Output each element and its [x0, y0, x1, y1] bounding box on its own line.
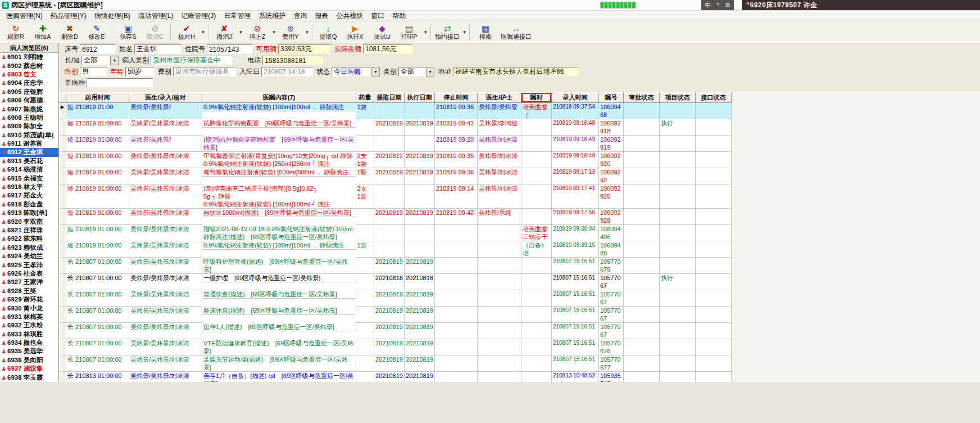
order-row[interactable]: 短 210819 01:00:00吴炜景/吴炜景/刘冰清(危)培美曲塞二钠冻干粉… — [60, 184, 732, 209]
patient-list-item[interactable]: ♟6916 林太平 — [0, 183, 58, 191]
toolbar-template-button[interactable]: ▦模板 — [472, 22, 499, 42]
order-row[interactable]: 长 210807 01:00:00吴炜景/吴炜景/刘冰清足踝关节运动操(描述) … — [60, 356, 732, 372]
patient-list-item[interactable]: ♟6922 陈东科 — [0, 235, 58, 243]
toolbar-cancel-button[interactable]: ⊘取消C — [142, 22, 169, 42]
column-header[interactable]: 执行日期 — [404, 93, 434, 103]
patient-list-item[interactable]: ♟6911 谢养富 — [0, 140, 58, 148]
duration-select[interactable]: 全部 — [81, 56, 110, 65]
order-row[interactable]: 长 210807 01:00:00吴炜景/吴炜景/刘冰清呼吸科护理常规(描述) … — [60, 258, 732, 274]
column-header[interactable]: 提取日期 — [374, 93, 405, 103]
appointment-interface-dropdown-arrow-icon[interactable]: ▼ — [461, 22, 468, 42]
toolbar-print-button[interactable]: ▤打印P — [396, 22, 423, 42]
column-header[interactable]: 医生/录入/核对 — [129, 93, 202, 103]
menu-item[interactable]: 记账管理(J) — [177, 11, 220, 21]
patient-list-item[interactable]: ♟6920 李双南 — [0, 217, 58, 226]
ime-indicator[interactable]: 中 — [705, 1, 711, 10]
undo-dropdown-arrow-icon[interactable]: ▼ — [238, 22, 244, 42]
toolbar-extract-button[interactable]: ↓提取Q — [315, 22, 342, 42]
toolbar-save-button[interactable]: ▣保存S — [115, 22, 142, 42]
order-row[interactable]: 短 210819 01:00:00吴炜景/吴炜景/刘冰清自饮水1000ml(描述… — [60, 209, 732, 225]
patient-list-item[interactable]: ♟6927 王家洋 — [0, 278, 58, 286]
order-row[interactable]: 长 210807 01:00:00吴炜景/吴炜景/刘冰清留伴1人(描述) [69… — [60, 323, 732, 339]
patient-list-item[interactable]: ♟6926 杜金表 — [0, 269, 58, 278]
patient-list-item[interactable]: ♟6904 庄忠华 — [0, 79, 58, 87]
patient-list-item[interactable]: ♟6936 吴向阳 — [0, 356, 58, 364]
stop-dropdown-arrow-icon[interactable]: ▼ — [271, 22, 277, 42]
order-row[interactable]: 短 210819 01:00:00吴炜景/吴炜景/刘冰清葡萄糖氯化钠注射液(软袋… — [60, 168, 732, 184]
admission-no-input[interactable]: 21057143 — [207, 44, 253, 54]
patient-type-value[interactable]: 泉州市医疗保障基金中 — [151, 56, 233, 65]
check-dropdown-arrow-icon[interactable]: ▼ — [200, 22, 206, 42]
patient-list-item[interactable]: ♟6933 林琪胜 — [0, 330, 58, 339]
patient-list-item[interactable]: ♟6930 黄小龙 — [0, 304, 58, 312]
patient-list-item[interactable]: ♟6908 王聪明 — [0, 114, 58, 122]
toolbar-undo-button[interactable]: ✘撤消J — [211, 22, 238, 42]
menu-item[interactable]: 查询 — [289, 11, 311, 21]
fee-dropdown-arrow-icon[interactable]: ▼ — [304, 22, 310, 42]
menu-item[interactable]: 药品管理(Y) — [47, 11, 90, 21]
menu-item[interactable]: 医嘱管理(N) — [2, 11, 47, 21]
patient-list-item[interactable]: ♟6902 蔡忠树 — [0, 61, 58, 70]
toolbar-check-button[interactable]: ✔核对H — [173, 22, 200, 42]
patient-list-item[interactable]: ♟6918 彭金盘 — [0, 200, 58, 209]
order-row[interactable]: 长 210807 01:00:00吴炜景/吴炜景/刘冰清一级护理 [69区呼吸与… — [60, 274, 732, 290]
patient-list-item[interactable]: ♟6925 王孝沛 — [0, 260, 58, 269]
patient-list-item[interactable]: ♟6903 曾文 — [0, 70, 58, 79]
patient-list-item[interactable]: ♟6901 刘明雄 — [0, 53, 58, 61]
toolbar-fee-button[interactable]: ⊕费用Y — [277, 22, 304, 42]
order-row[interactable]: 长 210807 01:00:00吴炜景/吴炜景/刘冰清VTE防治健康教育(描述… — [60, 339, 732, 356]
menu-item[interactable]: 病情处理(B) — [90, 11, 134, 21]
patient-list-item[interactable]: ♟6915 余福安 — [0, 174, 58, 182]
gear-icon[interactable]: ⚙ — [725, 2, 731, 9]
patient-list-item[interactable]: ♟6928 王笑 — [0, 287, 58, 295]
order-row[interactable]: 短 210819 01:00:00吴炜景/吴炜景/刘冰清甲氧氯普胺注射液(胃复安… — [60, 152, 732, 168]
single-disease-input[interactable] — [87, 78, 153, 88]
patient-list-item[interactable]: ♟6906 何惠德 — [0, 96, 58, 105]
patient-list-item[interactable]: ♟6932 王水粉 — [0, 321, 58, 330]
toolbar-refresh-button[interactable]: ↻刷新R — [2, 22, 29, 42]
patient-list-item[interactable]: ♟6907 陈燕妮 — [0, 105, 58, 113]
order-row[interactable]: 短 210819 01:00:00吴炜景/吴炜景/(取消)抗肿瘤化学药物配置 [… — [60, 136, 732, 152]
chevron-down-icon[interactable]: ▼ — [426, 67, 434, 76]
patient-list-item[interactable]: ♟6919 陈敬[单] — [0, 209, 58, 217]
toolbar-execute-button[interactable]: ▶执行X — [342, 22, 369, 42]
menu-item[interactable]: 系统维护 — [255, 11, 289, 21]
column-header[interactable]: 项目状态 — [659, 93, 695, 103]
category-select[interactable]: 全部 — [398, 67, 425, 76]
column-header[interactable]: 药量 — [356, 93, 374, 103]
patient-list-item[interactable]: ♟6934 颜也合 — [0, 339, 58, 347]
print-dropdown-arrow-icon[interactable]: ▼ — [423, 22, 429, 42]
order-row[interactable]: 长 210807 01:00:00吴炜景/吴炜景/刘冰清卧床休息(描述) [69… — [60, 307, 732, 323]
toolbar-appointment-interface-button[interactable]: ⇄预约接口 — [433, 22, 461, 42]
menu-item[interactable]: 窗口 — [367, 11, 388, 21]
status-select[interactable]: 今日医嘱 — [332, 67, 371, 76]
patient-list-item[interactable]: ♟6912 王金圳 — [0, 148, 58, 156]
patient-list-item[interactable]: ♟6914 杨澄清 — [0, 165, 58, 174]
menu-item[interactable]: 流动管理(L) — [134, 11, 178, 21]
column-header[interactable]: 起用时间 — [66, 93, 129, 103]
column-header[interactable]: 接口状态 — [695, 93, 731, 103]
column-header-highlighted[interactable]: 嘱时 — [521, 93, 551, 103]
patient-list-item[interactable]: ♟6924 吴幼兰 — [0, 252, 58, 260]
order-row[interactable]: 长 210813 01:00:00吴炜景/吴炜景/刘冰清善存1片（自备）(描述)… — [60, 372, 732, 382]
patient-list-item[interactable]: ♟6935 吴远华 — [0, 347, 58, 356]
toolbar-add-button[interactable]: ✚增加A — [29, 22, 56, 42]
help-icon[interactable]: ？ — [715, 1, 721, 10]
column-header[interactable]: 录入时间 — [551, 93, 598, 103]
patient-list-item[interactable]: ♟6909 陈加全 — [0, 122, 58, 130]
toolbar-stop-button[interactable]: ⊘停止Z — [244, 22, 271, 42]
column-header[interactable] — [60, 93, 66, 103]
bed-input[interactable]: 6912 — [80, 44, 116, 54]
column-header[interactable]: 医生/护士 — [477, 93, 521, 103]
order-row[interactable]: 短 210819 01:00:00吴炜景/吴炜景/刘冰清0.9%氯化钠注射液(软… — [60, 241, 732, 258]
menu-item[interactable]: 公共模块 — [332, 11, 367, 21]
patient-list-item[interactable]: ♟6938 李玉霞 — [0, 373, 58, 381]
patient-list-item[interactable]: ♟6921 庄祥珠 — [0, 226, 58, 235]
toolbar-skin-test-button[interactable]: ◆皮试U — [369, 22, 396, 42]
order-row[interactable]: 短 210819 01:00:00吴炜景/吴炜景/刘冰清抗肿瘤化学药物配置 [6… — [60, 119, 732, 136]
menu-item[interactable]: 日常管理 — [220, 11, 255, 21]
patient-list-item[interactable]: ♟6937 施议集 — [0, 364, 58, 373]
patient-list-item[interactable]: ♟6913 吴石花 — [0, 157, 58, 165]
toolbar-delete-button[interactable]: ✖删除D — [56, 22, 83, 42]
patient-list-item[interactable]: ♟6929 谢环花 — [0, 295, 58, 304]
